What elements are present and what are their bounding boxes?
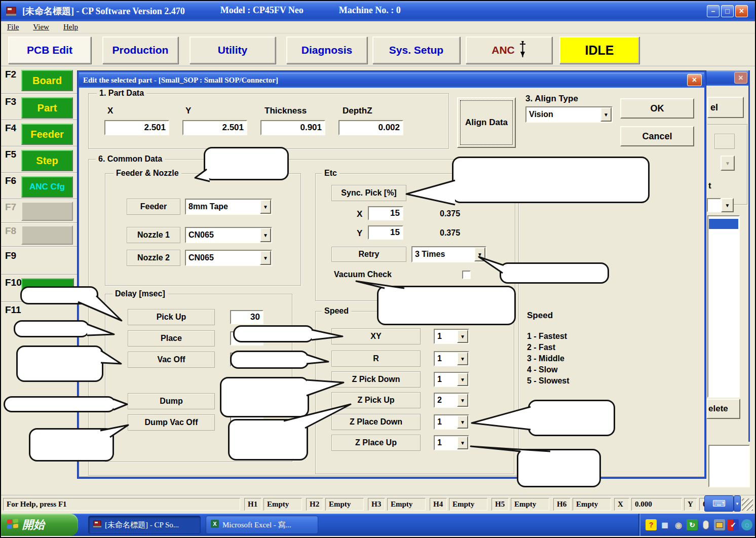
sidebar-item-anc-cfg[interactable]: ANC Cfg	[21, 176, 73, 198]
vacuum-check-checkbox[interactable]	[462, 271, 471, 279]
tray-icon-network[interactable]: ▦	[659, 519, 670, 530]
menu-file[interactable]: File	[7, 23, 19, 31]
speed-z-pick-up-select[interactable]: 2▼	[434, 393, 469, 408]
speed-z-pick-down-label: Z Pick Down	[331, 371, 421, 388]
statusbar-h2-key: H2	[306, 498, 323, 511]
dropdown-arrow-icon: ▼	[474, 247, 485, 261]
fkey-f6: F6	[5, 175, 16, 186]
part-data-legend: 1. Part Data	[97, 89, 146, 98]
menu-view[interactable]: View	[33, 23, 49, 31]
sync-x-calc: 0.375	[440, 209, 460, 218]
tab-diagnosis[interactable]: Diagnosis	[286, 36, 367, 64]
dropdown-arrow-icon: ▼	[457, 436, 468, 449]
part-depthz-input[interactable]	[338, 120, 403, 135]
delay-legend: Delay [msec]	[112, 289, 168, 298]
nozzle2-select[interactable]: CN065▼	[185, 250, 272, 266]
part-y-input[interactable]	[182, 120, 247, 135]
language-bar-keyboard-button[interactable]: ⌨	[704, 495, 734, 512]
callout-bubble-z-place-down	[528, 400, 615, 436]
speed-xy-label: XY	[331, 328, 421, 344]
nozzle1-select[interactable]: CN065▼	[185, 227, 272, 243]
dropdown-arrow-icon: ▼	[260, 228, 271, 242]
resize-grip[interactable]	[742, 498, 753, 511]
sidebar-row-f8: F8	[1, 222, 77, 246]
speed-z-place-down-select[interactable]: 1▼	[434, 414, 469, 430]
tab-sys-setup[interactable]: Sys. Setup	[372, 36, 460, 64]
speed-help-line-1: 1 - Fastest	[527, 332, 567, 341]
sidebar-item-feeder[interactable]: Feeder	[21, 124, 73, 145]
language-bar-options-button[interactable]: ▾	[734, 495, 741, 512]
nozzle1-label: Nozzle 1	[127, 227, 180, 243]
sidebar-row-f5: F5 Step	[1, 146, 77, 172]
speed-z-place-down-label: Z Place Down	[331, 414, 421, 430]
fkey-f7: F7	[5, 202, 16, 213]
background-delete-button-fragment[interactable]: elete	[706, 399, 740, 419]
callout-bubble-vacoff	[16, 345, 103, 382]
fkey-f4: F4	[5, 123, 16, 134]
callout-bubble-pickup	[20, 286, 98, 304]
minimize-icon: –	[711, 7, 715, 15]
common-data-legend: 6. Common Data	[96, 155, 165, 164]
retry-select[interactable]: 3 Times▼	[411, 246, 486, 262]
tray-icon-mouse[interactable]	[700, 519, 711, 530]
start-label: 開始	[22, 517, 45, 532]
part-y-label: Y	[185, 106, 191, 116]
callout-bubble-feeder-nozzle	[204, 147, 289, 180]
background-panel	[708, 445, 750, 487]
speed-xy-select[interactable]: 1▼	[434, 329, 469, 344]
tab-pcb-edit[interactable]: PCB Edit	[8, 36, 91, 64]
tray-icon-globe[interactable]: ◌	[741, 519, 752, 530]
tray-icon-green-utility[interactable]: ↻	[687, 519, 698, 530]
speed-z-place-up-label: Z Place Up	[331, 435, 421, 451]
fkey-f8: F8	[5, 225, 16, 237]
part-thickness-input[interactable]	[260, 120, 325, 135]
sync-x-input[interactable]	[368, 206, 403, 220]
speed-z-place-up-select[interactable]: 1▼	[434, 435, 469, 450]
close-button[interactable]: ×	[735, 5, 748, 17]
tab-anc[interactable]: ANC	[466, 36, 552, 64]
speed-r-select[interactable]: 1▼	[434, 351, 469, 366]
speed-z-pick-down-select[interactable]: 1▼	[434, 372, 469, 387]
tray-icon-help[interactable]: ?	[646, 519, 657, 530]
feeder-select[interactable]: 8mm Tape▼	[185, 199, 272, 215]
taskbar-task-cp-software[interactable]: [未命名標題] - CP So...	[88, 516, 201, 534]
background-cancel-button-fragment[interactable]: el	[707, 97, 744, 118]
part-thickness-label: Thickness	[264, 106, 307, 116]
background-dropdown-arrow-icon[interactable]: ▼	[721, 198, 734, 212]
taskbar: 開始 [未命名標題] - CP So... X Microsoft Excel …	[1, 514, 755, 536]
chevron-down-icon: ▾	[736, 501, 739, 506]
align-type-select[interactable]: Vision▼	[525, 106, 613, 123]
background-listbox[interactable]	[707, 215, 740, 398]
tab-utility[interactable]: Utility	[190, 36, 276, 64]
tray-icon-volume[interactable]: ◉	[673, 519, 684, 530]
callout-bubble-vacuum-check	[377, 286, 516, 325]
tray-icon-flag[interactable]: ✓	[728, 519, 739, 530]
menu-help[interactable]: Help	[63, 23, 78, 31]
tray-icon-display[interactable]	[714, 519, 725, 530]
nozzle-icon	[519, 41, 526, 60]
callout-bubble-dump	[4, 396, 116, 412]
cancel-button[interactable]: Cancel	[620, 126, 694, 146]
callout-bubble-z-place-up	[517, 449, 601, 487]
delay-pickup-input[interactable]	[230, 310, 263, 324]
background-dialog-titlebar: ×	[706, 70, 748, 86]
fkey-f2: F2	[5, 69, 16, 80]
dialog-close-button[interactable]: ×	[687, 74, 702, 86]
background-dialog-close-button[interactable]: ×	[734, 72, 747, 84]
sidebar-item-step[interactable]: Step	[21, 150, 73, 171]
sync-y-input[interactable]	[368, 225, 403, 240]
ok-button[interactable]: OK	[620, 98, 694, 119]
part-x-input[interactable]	[104, 120, 169, 135]
fkey-f11: F11	[5, 304, 21, 316]
sidebar-item-part[interactable]: Part	[21, 97, 73, 119]
maximize-button[interactable]: □	[721, 5, 734, 17]
tab-production[interactable]: Production	[102, 36, 178, 64]
dropdown-arrow-icon: ▼	[260, 200, 271, 214]
window-machine-no: Machine No. : 0	[339, 5, 401, 17]
windows-logo-icon	[6, 517, 19, 532]
start-button[interactable]: 開始	[1, 514, 78, 536]
align-data-button[interactable]: Align Data	[457, 97, 516, 148]
minimize-button[interactable]: –	[707, 5, 720, 17]
taskbar-task-excel[interactable]: X Microsoft Excel - 寫...	[206, 516, 318, 534]
sidebar-item-board[interactable]: Board	[21, 70, 73, 91]
